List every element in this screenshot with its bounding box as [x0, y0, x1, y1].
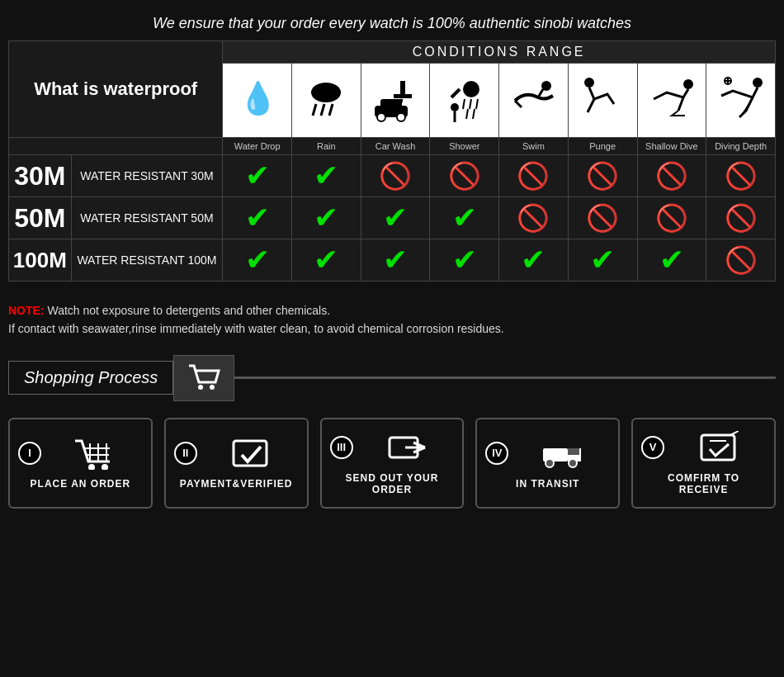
- label-punge: Punge: [568, 138, 637, 155]
- step-in-transit: IV IN TRANSIT: [475, 418, 620, 509]
- svg-point-16: [463, 81, 479, 97]
- cell-30m-diving-depth: 🚫: [706, 155, 776, 197]
- svg-point-54: [569, 459, 577, 467]
- shower-icon: [440, 74, 489, 124]
- cell-100m-rain: ✔: [292, 239, 361, 282]
- step1-icon: [46, 437, 143, 470]
- cell-100m-swim: ✔: [499, 239, 569, 282]
- svg-rect-55: [701, 435, 734, 460]
- step5-header: V: [641, 431, 766, 464]
- what-is-cell: What is waterproof: [9, 41, 223, 138]
- cell-50m-rain: ✔: [292, 197, 361, 239]
- table-row-50m: 50M WATER RESISTANT 50M ✔ ✔ ✔ ✔ 🚫 🚫 🚫 🚫: [9, 197, 776, 239]
- diving-depth-icon: [716, 74, 766, 124]
- waterproof-table: What is waterproof CONDITIONS RANGE 💧: [8, 40, 776, 282]
- label-swim: Swim: [499, 138, 569, 155]
- transit-icon: [541, 437, 583, 470]
- cell-50m-shower: ✔: [430, 197, 499, 239]
- svg-point-3: [311, 83, 341, 102]
- icon-cell-shallow-dive: [637, 64, 706, 138]
- svg-point-14: [397, 113, 405, 121]
- shopping-header: Shopping Process: [8, 355, 776, 401]
- table-row-30m: 30M WATER RESISTANT 30M ✔ ✔ 🚫 🚫 🚫 🚫 🚫 🚫: [9, 155, 776, 197]
- icon-cell-diving-depth: [706, 64, 776, 138]
- svg-point-32: [753, 78, 763, 88]
- cell-50m-plunge: 🚫: [568, 197, 637, 239]
- step4-icon: [513, 437, 610, 470]
- row-100m-label: 100M: [9, 239, 72, 282]
- water-drop-icon: 💧: [233, 74, 282, 124]
- step3-header: III: [330, 431, 455, 464]
- step1-num: I: [18, 442, 41, 465]
- step2-num: II: [174, 442, 197, 465]
- icon-cell-rain: [292, 64, 361, 138]
- icon-cell-water-drop: 💧: [223, 64, 292, 138]
- step3-num: III: [330, 436, 353, 459]
- step4-num: IV: [485, 442, 508, 465]
- step-place-order: I PLACE AN ORDER: [8, 418, 153, 509]
- step2-label: PAYMENT&VERIFIED: [180, 478, 293, 490]
- cell-100m-shallow-dive: ✔: [637, 239, 706, 282]
- svg-point-37: [210, 385, 215, 390]
- note-label: NOTE:: [8, 304, 45, 317]
- cell-50m-water-drop: ✔: [223, 197, 292, 239]
- cell-30m-shallow-dive: 🚫: [637, 155, 706, 197]
- row-30m-text: WATER RESISTANT 30M: [71, 155, 223, 197]
- cell-30m-shower: 🚫: [430, 155, 499, 197]
- step2-icon: [202, 437, 299, 470]
- cell-30m-water-drop: ✔: [223, 155, 292, 197]
- shopping-title: Shopping Process: [24, 368, 158, 386]
- svg-text:💧: 💧: [238, 79, 277, 117]
- process-steps: I PLACE AN ORDER: [8, 418, 776, 509]
- icon-cell-plunge: [568, 64, 637, 138]
- step5-label: COMFIRM TO RECEIVE: [641, 472, 766, 495]
- icon-cell-swim: [499, 64, 569, 138]
- cell-100m-plunge: ✔: [568, 239, 637, 282]
- cart-icon: [73, 437, 115, 470]
- svg-point-43: [88, 464, 95, 470]
- icon-cell-car-wash: [361, 64, 430, 138]
- waterproof-title: What is waterproof: [34, 78, 197, 99]
- step3-icon: [358, 431, 455, 464]
- swim-icon: [508, 74, 558, 124]
- waterproof-section: What is waterproof CONDITIONS RANGE 💧: [0, 40, 784, 290]
- payment-icon: [229, 437, 271, 470]
- step3-label: SEND OUT YOUR ORDER: [330, 472, 455, 495]
- row-50m-text: WATER RESISTANT 50M: [71, 197, 223, 239]
- svg-rect-12: [380, 99, 402, 109]
- svg-line-57: [730, 431, 739, 435]
- send-icon: [385, 431, 427, 464]
- svg-marker-52: [568, 448, 579, 455]
- svg-rect-8: [400, 81, 405, 96]
- note-section: NOTE: Watch not exposure to detergents a…: [0, 290, 784, 347]
- icon-cell-shower: [430, 64, 499, 138]
- cell-100m-car-wash: ✔: [361, 239, 430, 282]
- cell-50m-swim: 🚫: [499, 197, 569, 239]
- svg-point-53: [545, 459, 554, 467]
- svg-point-13: [377, 113, 385, 121]
- step2-header: II: [174, 437, 299, 470]
- step5-icon: [669, 431, 766, 464]
- row-100m-text: WATER RESISTANT 100M: [71, 239, 223, 282]
- cell-30m-swim: 🚫: [499, 155, 569, 197]
- step1-header: I: [18, 437, 143, 470]
- cell-30m-rain: ✔: [292, 155, 361, 197]
- row-50m-label: 50M: [9, 197, 72, 239]
- shopping-section: Shopping Process I: [0, 347, 784, 525]
- svg-point-36: [198, 385, 203, 390]
- step4-label: IN TRANSIT: [516, 478, 579, 490]
- cell-100m-water-drop: ✔: [223, 239, 292, 282]
- row-30m-label: 30M: [9, 155, 72, 197]
- cell-30m-plunge: 🚫: [568, 155, 637, 197]
- note-text1: Watch not exposure to detergents and oth…: [45, 304, 331, 317]
- svg-rect-9: [394, 94, 412, 98]
- cell-50m-car-wash: ✔: [361, 197, 430, 239]
- shopping-divider-line: [234, 376, 776, 379]
- confirm-icon: [697, 431, 739, 464]
- car-wash-icon: [371, 74, 420, 124]
- label-rain: Rain: [292, 138, 361, 155]
- label-shallow-dive: Shallow Dive: [637, 138, 706, 155]
- cell-50m-diving-depth: 🚫: [706, 197, 776, 239]
- label-car-wash: Car Wash: [361, 138, 430, 155]
- svg-point-30: [683, 79, 693, 89]
